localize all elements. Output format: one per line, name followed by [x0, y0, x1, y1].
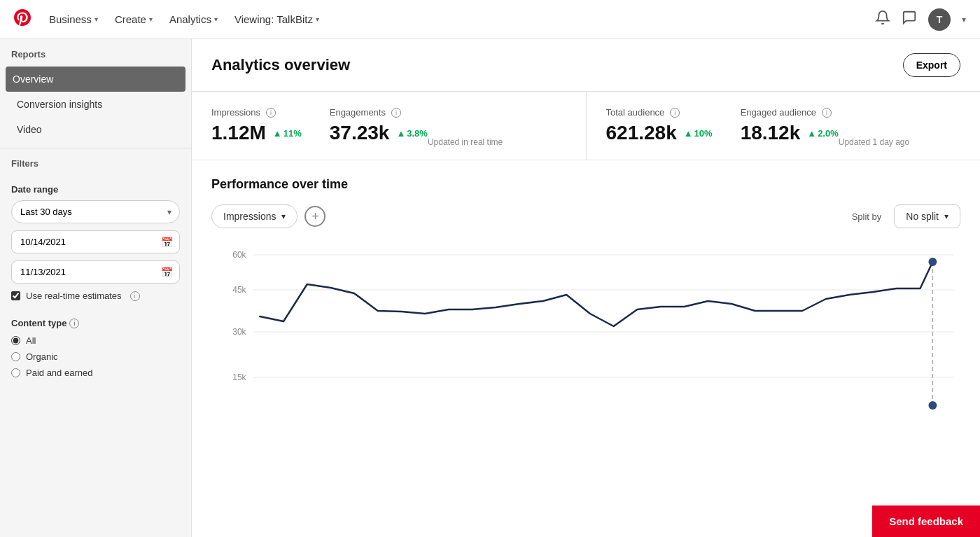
date-range-select[interactable]: Last 30 days Last 7 days Last 90 days Cu… [11, 200, 180, 223]
impressions-arrow-icon: ▲ [273, 128, 282, 139]
real-time-label: Use real-time estimates [26, 291, 122, 301]
sidebar: Reports Overview Conversion insights Vid… [0, 39, 192, 537]
nav-viewing[interactable]: Viewing: TalkBitz ▾ [226, 0, 328, 39]
messages-icon[interactable] [902, 10, 917, 29]
svg-text:60k: 60k [232, 250, 246, 260]
viewing-chevron-icon: ▾ [316, 15, 319, 23]
sidebar-item-video[interactable]: Video [6, 117, 191, 142]
split-chevron-icon: ▾ [944, 211, 948, 221]
total-audience-value-row: 621.28k ▲ 10% [606, 122, 713, 144]
real-time-info-icon: i [130, 291, 140, 301]
export-button[interactable]: Export [903, 53, 960, 77]
engaged-audience-value-row: 18.12k ▲ 2.0% [741, 122, 839, 144]
content-type-organic-radio[interactable] [11, 352, 20, 361]
impressions-value: 1.12M [211, 122, 266, 144]
topnav-icons: T ▾ [875, 8, 966, 31]
content-type-all-row: All [11, 335, 180, 346]
content-type-paid-row: Paid and earned [11, 368, 180, 378]
real-time-checkbox[interactable] [11, 291, 20, 300]
start-date-input[interactable] [11, 230, 180, 253]
engaged-audience-change: ▲ 2.0% [807, 128, 839, 139]
impressions-change: ▲ 11% [273, 128, 302, 139]
create-chevron-icon: ▾ [149, 15, 153, 23]
svg-text:30k: 30k [232, 327, 246, 337]
content-type-organic-row: Organic [11, 351, 180, 362]
split-by-label: Split by [852, 211, 882, 222]
chart-controls: Impressions ▾ + Split by No split ▾ [211, 204, 960, 228]
engaged-audience-name: Engaged audience i [741, 107, 839, 118]
sidebar-item-overview[interactable]: Overview [6, 67, 186, 92]
avatar-chevron-icon[interactable]: ▾ [962, 15, 966, 25]
nav-business[interactable]: Business ▾ [41, 0, 106, 39]
page-header: Analytics overview Export [192, 39, 980, 92]
stat-impressions: Impressions i 1.12M ▲ 11% [211, 107, 302, 147]
content-type-paid-label: Paid and earned [26, 368, 92, 378]
performance-chart: 60k 45k 30k 15k [211, 241, 960, 437]
real-time-checkbox-row: Use real-time estimates i [11, 291, 180, 301]
end-date-wrapper: 📅 [11, 260, 180, 284]
group2-updated: Updated 1 day ago [839, 137, 960, 147]
chart-title: Performance over time [211, 177, 960, 192]
metric-dropdown[interactable]: Impressions ▾ [211, 204, 298, 228]
split-dropdown[interactable]: No split ▾ [894, 204, 960, 228]
reports-section-header: Reports [0, 39, 191, 67]
stat-engaged-audience: Engaged audience i 18.12k ▲ 2.0% [741, 107, 839, 147]
engagements-value: 37.23k [330, 122, 390, 144]
impressions-value-row: 1.12M ▲ 11% [211, 122, 302, 144]
total-audience-change: ▲ 10% [684, 128, 713, 139]
add-metric-button[interactable]: + [304, 206, 326, 227]
stat-total-audience: Total audience i 621.28k ▲ 10% [606, 107, 713, 147]
content-type-all-label: All [26, 335, 36, 346]
topnav: Business ▾ Create ▾ Analytics ▾ Viewing:… [0, 0, 980, 39]
notifications-icon[interactable] [875, 10, 890, 29]
stats-group-2: Total audience i 621.28k ▲ 10% Engaged a… [586, 92, 981, 160]
main-layout: Reports Overview Conversion insights Vid… [0, 39, 980, 537]
page-title: Analytics overview [211, 56, 350, 74]
sidebar-item-conversion[interactable]: Conversion insights [6, 92, 191, 117]
engaged-audience-value: 18.12k [741, 122, 801, 144]
date-range-label: Date range [11, 184, 180, 195]
send-feedback-button[interactable]: Send feedback [872, 505, 980, 537]
total-audience-info-icon: i [670, 108, 680, 118]
group1-updated: Updated in real time [428, 137, 566, 147]
svg-text:15k: 15k [232, 372, 246, 382]
chart-low-dot [928, 401, 937, 410]
start-date-wrapper: 📅 [11, 230, 180, 253]
chart-svg: 60k 45k 30k 15k [211, 241, 960, 437]
filters-section-header: Filters [0, 148, 191, 176]
engagements-info-icon: i [391, 108, 401, 118]
content-type-organic-label: Organic [26, 351, 58, 362]
analytics-chevron-icon: ▾ [214, 15, 218, 23]
stats-group-1: Impressions i 1.12M ▲ 11% Engagements [192, 92, 586, 160]
date-range-filter: Date range Last 30 days Last 7 days Last… [0, 176, 191, 318]
content-type-info-icon: i [69, 319, 79, 328]
user-avatar[interactable]: T [928, 8, 951, 31]
impressions-name: Impressions i [211, 107, 302, 118]
engagements-change: ▲ 3.8% [396, 128, 428, 139]
content-type-all-radio[interactable] [11, 336, 20, 345]
content-type-filter: Content type i All Organic Paid and earn… [0, 318, 191, 392]
chart-peak-dot [928, 258, 937, 266]
engagements-name: Engagements i [330, 107, 428, 118]
total-audience-value: 621.28k [606, 122, 677, 144]
content-type-paid-radio[interactable] [11, 368, 20, 377]
engaged-audience-info-icon: i [822, 108, 832, 118]
chart-section: Performance over time Impressions ▾ + Sp… [192, 160, 980, 454]
stat-engagements: Engagements i 37.23k ▲ 3.8% [330, 107, 428, 147]
engagements-arrow-icon: ▲ [396, 128, 405, 139]
engaged-audience-arrow-icon: ▲ [807, 128, 816, 139]
total-audience-arrow-icon: ▲ [684, 128, 693, 139]
pinterest-logo[interactable] [14, 9, 31, 30]
nav-create[interactable]: Create ▾ [106, 0, 161, 39]
business-chevron-icon: ▾ [94, 15, 98, 23]
total-audience-name: Total audience i [606, 107, 713, 118]
impressions-info-icon: i [266, 108, 276, 118]
end-date-input[interactable] [11, 260, 180, 284]
nav-analytics[interactable]: Analytics ▾ [161, 0, 226, 39]
main-content: Analytics overview Export Impressions i … [192, 39, 980, 537]
metric-chevron-icon: ▾ [281, 211, 286, 221]
engagements-value-row: 37.23k ▲ 3.8% [330, 122, 428, 144]
stats-row: Impressions i 1.12M ▲ 11% Engagements [192, 92, 980, 160]
svg-text:45k: 45k [232, 285, 246, 295]
date-range-select-wrapper: Last 30 days Last 7 days Last 90 days Cu… [11, 200, 180, 223]
